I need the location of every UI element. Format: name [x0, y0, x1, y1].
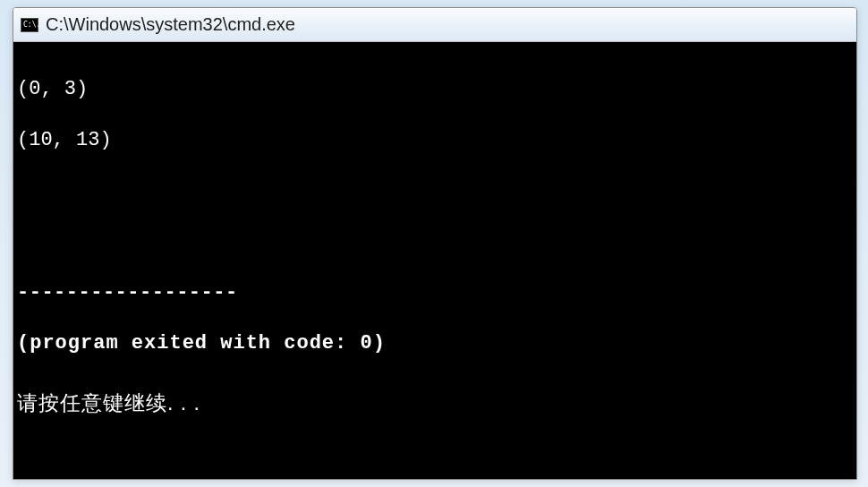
cmd-icon: C:\. — [21, 18, 38, 32]
cmd-window: C:\. C:\Windows\system32\cmd.exe (0, 3) … — [13, 7, 857, 480]
window-title: C:\Windows\system32\cmd.exe — [46, 14, 295, 35]
cmd-icon-text: C:\. — [23, 21, 40, 29]
blank-line — [17, 179, 853, 204]
exit-message: (program exited with code: 0) — [17, 331, 853, 357]
console-output[interactable]: (0, 3) (10, 13) ------------------ (prog… — [13, 42, 856, 479]
blank-line — [17, 230, 853, 255]
titlebar[interactable]: C:\. C:\Windows\system32\cmd.exe — [13, 8, 856, 42]
press-any-key-prompt: 请按任意键继续. . . — [17, 390, 853, 417]
output-line: (10, 13) — [17, 128, 853, 154]
separator-line: ------------------ — [17, 280, 853, 306]
output-line: (0, 3) — [17, 77, 853, 103]
